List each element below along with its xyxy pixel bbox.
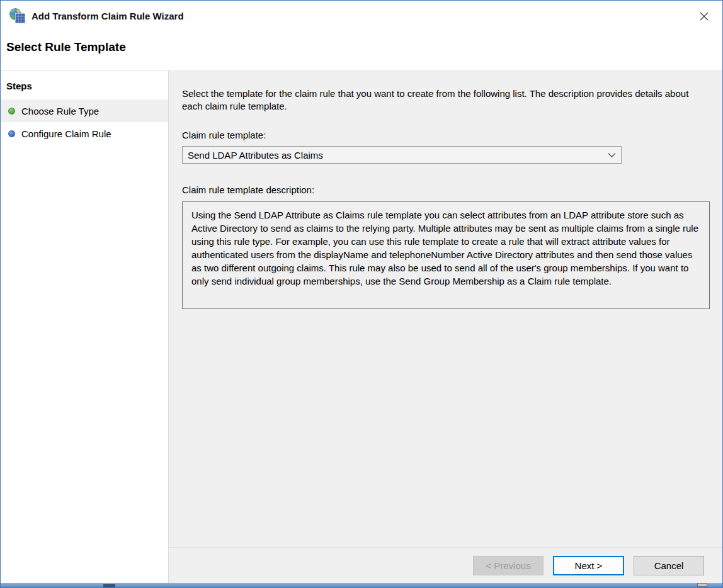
steps-heading: Steps	[1, 79, 168, 99]
page-title: Select Rule Template	[6, 40, 126, 54]
main-panel: Select the template for the claim rule t…	[169, 71, 722, 583]
step-completed-bullet-icon	[8, 108, 15, 115]
step-label: Choose Rule Type	[21, 106, 99, 116]
cancel-button[interactable]: Cancel	[634, 556, 704, 575]
previous-button[interactable]: < Previous	[473, 556, 544, 575]
step-configure-claim-rule[interactable]: Configure Claim Rule	[1, 122, 168, 145]
step-label: Configure Claim Rule	[21, 128, 111, 139]
window-title: Add Transform Claim Rule Wizard	[31, 11, 184, 21]
wizard-content: Steps Choose Rule Type Configure Claim R…	[1, 71, 722, 583]
steps-sidebar: Steps Choose Rule Type Configure Claim R…	[1, 71, 169, 583]
dropdown-selected-value: Send LDAP Attributes as Claims	[183, 150, 602, 161]
claim-rule-template-dropdown[interactable]: Send LDAP Attributes as Claims	[182, 146, 622, 164]
wizard-footer: < Previous Next > Cancel	[169, 547, 722, 583]
template-description-box: Using the Send LDAP Attribute as Claims …	[182, 201, 710, 309]
adfs-claim-rule-icon	[9, 8, 26, 25]
next-button[interactable]: Next >	[553, 556, 624, 575]
intro-text: Select the template for the claim rule t…	[182, 88, 700, 113]
step-upcoming-bullet-icon	[8, 130, 15, 137]
taskbar-icon-sliver	[103, 584, 115, 587]
taskbar-edge-strip	[1, 583, 722, 587]
taskbar-icon-sliver	[697, 583, 707, 587]
description-label: Claim rule template description:	[182, 184, 710, 195]
page-header: Select Rule Template	[1, 31, 722, 67]
template-description-text: Using the Send LDAP Attribute as Claims …	[191, 210, 698, 286]
chevron-down-icon	[602, 152, 621, 158]
step-choose-rule-type[interactable]: Choose Rule Type	[1, 99, 168, 122]
add-transform-claim-rule-wizard-window: Add Transform Claim Rule Wizard Select R…	[0, 0, 723, 588]
claim-rule-template-label: Claim rule template:	[182, 130, 710, 140]
titlebar: Add Transform Claim Rule Wizard	[1, 1, 722, 31]
close-button[interactable]	[695, 7, 714, 26]
close-icon	[699, 11, 709, 21]
